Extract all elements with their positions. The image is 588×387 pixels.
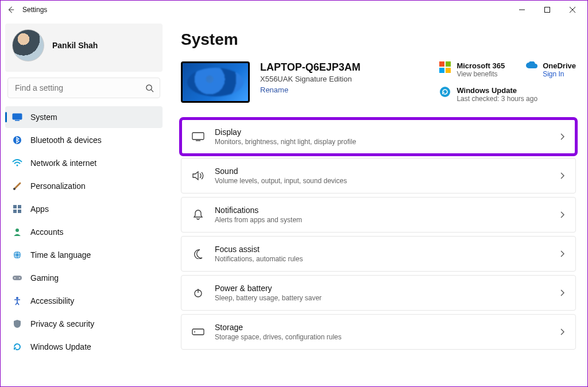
settings-card-list: Display Monitors, brightness, night ligh…: [181, 119, 576, 350]
svg-point-8: [13, 188, 16, 190]
onedrive-title: OneDrive: [543, 61, 576, 70]
card-title: Sound: [215, 167, 347, 176]
nav-privacy[interactable]: Privacy & security: [5, 313, 163, 335]
nav-accounts[interactable]: Accounts: [5, 221, 163, 243]
card-sub: Alerts from apps and system: [215, 216, 302, 224]
bluetooth-icon: [12, 135, 22, 145]
display-icon: [192, 130, 204, 143]
svg-point-2: [146, 84, 152, 90]
wifi-icon: [12, 158, 22, 168]
svg-rect-4: [13, 114, 22, 119]
page-title: System: [181, 30, 576, 49]
search-input[interactable]: [14, 83, 145, 93]
avatar: [12, 29, 44, 61]
svg-point-27: [194, 331, 195, 332]
card-title: Notifications: [215, 206, 302, 215]
svg-rect-5: [15, 120, 20, 121]
nav-label: Bluetooth & devices: [30, 136, 102, 145]
device-model: X556UAK Signature Edition: [260, 75, 361, 83]
card-notifications[interactable]: Notifications Alerts from apps and syste…: [181, 197, 576, 233]
nav-bluetooth[interactable]: Bluetooth & devices: [5, 129, 163, 151]
svg-rect-1: [545, 7, 550, 13]
status-m365[interactable]: Microsoft 365 View benefits: [439, 61, 505, 78]
search-box[interactable]: [7, 78, 160, 98]
svg-rect-9: [13, 205, 17, 208]
nav-time-language[interactable]: Time & language: [5, 244, 163, 266]
svg-point-20: [16, 297, 18, 299]
nav-label: System: [30, 113, 57, 122]
onedrive-signin[interactable]: Sign In: [543, 70, 576, 78]
device-row: LAPTOP-Q6EJP3AM X556UAK Signature Editio…: [181, 61, 576, 103]
profile-card[interactable]: Pankil Shah: [5, 24, 163, 72]
chevron-right-icon: [559, 250, 565, 258]
nav-gaming[interactable]: Gaming: [5, 267, 163, 289]
cloud-icon: [525, 61, 537, 73]
minimize-icon: [519, 6, 525, 13]
update-title: Windows Update: [457, 86, 537, 95]
card-title: Focus assist: [215, 245, 303, 254]
update-icon: [12, 342, 22, 352]
svg-point-18: [14, 277, 16, 278]
microsoft-icon: [439, 61, 451, 73]
brush-icon: [12, 181, 22, 191]
close-button[interactable]: [560, 2, 585, 18]
bell-icon: [192, 208, 204, 221]
status-windows-update[interactable]: Windows Update Last checked: 3 hours ago: [439, 86, 576, 103]
card-sub: Notifications, automatic rules: [215, 255, 303, 263]
minimize-button[interactable]: [509, 2, 535, 18]
nav-label: Accounts: [30, 227, 64, 237]
device-thumbnail: [181, 61, 250, 103]
nav-windows-update[interactable]: Windows Update: [5, 336, 163, 358]
svg-rect-22: [192, 133, 204, 140]
chevron-right-icon: [559, 328, 565, 336]
person-icon: [12, 227, 22, 237]
chevron-right-icon: [559, 289, 565, 297]
card-focus-assist[interactable]: Focus assist Notifications, automatic ru…: [181, 236, 576, 272]
update-circle-icon: [439, 86, 451, 98]
card-storage[interactable]: Storage Storage space, drives, configura…: [181, 314, 576, 350]
nav-label: Privacy & security: [30, 319, 94, 328]
card-sub: Volume levels, output, input, sound devi…: [215, 177, 347, 185]
card-power-battery[interactable]: Power & battery Sleep, battery usage, ba…: [181, 275, 576, 311]
nav-label: Network & internet: [30, 158, 96, 168]
chevron-right-icon: [559, 133, 565, 141]
svg-rect-12: [18, 210, 21, 213]
nav-system[interactable]: System: [5, 106, 163, 128]
nav-label: Gaming: [30, 273, 59, 282]
m365-title: Microsoft 365: [457, 61, 505, 70]
rename-link[interactable]: Rename: [260, 86, 361, 94]
nav-accessibility[interactable]: Accessibility: [5, 290, 163, 312]
card-display[interactable]: Display Monitors, brightness, night ligh…: [181, 119, 576, 154]
power-icon: [192, 287, 204, 299]
nav-personalization[interactable]: Personalization: [5, 175, 163, 197]
nav-network[interactable]: Network & internet: [5, 152, 163, 174]
card-title: Power & battery: [215, 284, 322, 293]
update-sub: Last checked: 3 hours ago: [457, 95, 537, 103]
nav-apps[interactable]: Apps: [5, 198, 163, 220]
system-icon: [12, 112, 22, 122]
arrow-left-icon: [7, 6, 15, 14]
window-title: Settings: [22, 6, 47, 14]
card-title: Storage: [215, 323, 342, 332]
nav-label: Apps: [30, 204, 49, 214]
profile-name: Pankil Shah: [52, 41, 98, 50]
card-sub: Storage space, drives, configuration rul…: [215, 333, 342, 341]
card-sub: Sleep, battery usage, battery saver: [215, 294, 322, 302]
back-button[interactable]: [3, 2, 19, 18]
card-sound[interactable]: Sound Volume levels, output, input, soun…: [181, 158, 576, 194]
nav-label: Accessibility: [30, 296, 74, 305]
accessibility-icon: [12, 296, 22, 306]
sound-icon: [192, 169, 204, 182]
nav-list: System Bluetooth & devices Network & int…: [5, 106, 163, 358]
titlebar: Settings: [1, 1, 587, 19]
gamepad-icon: [12, 273, 22, 283]
svg-point-19: [19, 277, 20, 278]
moon-icon: [192, 247, 204, 260]
maximize-button[interactable]: [535, 2, 560, 18]
close-icon: [569, 6, 576, 13]
status-onedrive[interactable]: OneDrive Sign In: [525, 61, 576, 78]
search-icon: [145, 84, 154, 92]
m365-sub: View benefits: [457, 70, 505, 78]
card-sub: Monitors, brightness, night light, displ…: [215, 138, 356, 146]
svg-point-14: [14, 251, 21, 259]
